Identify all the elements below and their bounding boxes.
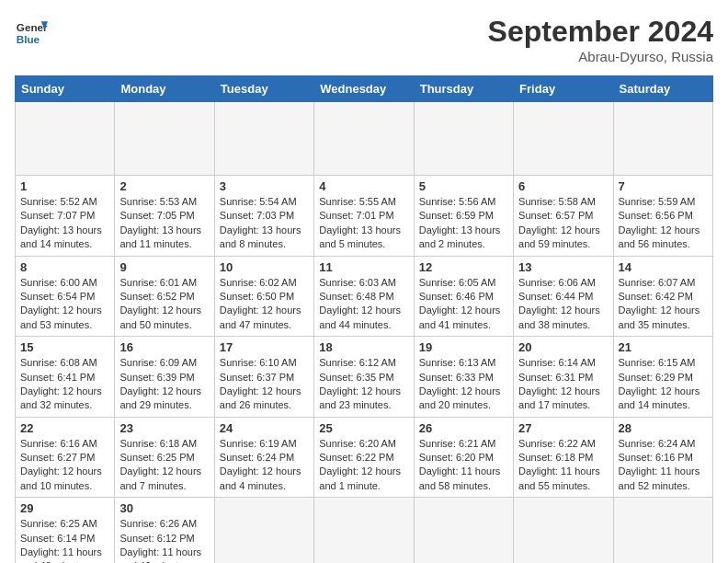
calendar-cell: 29Sunrise: 6:25 AMSunset: 6:14 PMDayligh… bbox=[16, 498, 115, 563]
calendar-cell: 28Sunrise: 6:24 AMSunset: 6:16 PMDayligh… bbox=[613, 417, 712, 498]
day-number: 4 bbox=[319, 179, 408, 193]
calendar-cell: 2Sunrise: 5:53 AMSunset: 7:05 PMDaylight… bbox=[115, 176, 214, 257]
day-info: Sunrise: 6:24 AMSunset: 6:16 PMDaylight:… bbox=[619, 437, 708, 494]
day-info: Sunrise: 5:52 AMSunset: 7:07 PMDaylight:… bbox=[20, 195, 109, 252]
calendar-cell: 5Sunrise: 5:56 AMSunset: 6:59 PMDaylight… bbox=[414, 176, 513, 257]
day-number: 1 bbox=[20, 179, 109, 193]
day-info: Sunrise: 6:26 AMSunset: 6:12 PMDaylight:… bbox=[119, 517, 209, 563]
day-info: Sunrise: 6:03 AMSunset: 6:48 PMDaylight:… bbox=[319, 276, 408, 333]
day-number: 11 bbox=[319, 260, 408, 274]
calendar-cell: 23Sunrise: 6:18 AMSunset: 6:25 PMDayligh… bbox=[115, 417, 214, 498]
day-info: Sunrise: 6:00 AMSunset: 6:54 PMDaylight:… bbox=[20, 276, 109, 333]
column-header-thursday: Thursday bbox=[414, 76, 513, 102]
day-number: 3 bbox=[220, 179, 309, 193]
day-info: Sunrise: 6:16 AMSunset: 6:27 PMDaylight:… bbox=[20, 437, 109, 494]
calendar-cell bbox=[514, 102, 613, 176]
calendar-cell bbox=[613, 102, 712, 176]
day-number: 15 bbox=[20, 340, 109, 354]
day-number: 5 bbox=[419, 179, 508, 193]
day-number: 7 bbox=[619, 179, 708, 193]
logo-icon: General Blue bbox=[15, 15, 48, 48]
calendar-cell: 13Sunrise: 6:06 AMSunset: 6:44 PMDayligh… bbox=[514, 256, 613, 337]
day-info: Sunrise: 6:09 AMSunset: 6:39 PMDaylight:… bbox=[119, 356, 209, 413]
day-info: Sunrise: 6:02 AMSunset: 6:50 PMDaylight:… bbox=[220, 276, 309, 333]
column-header-friday: Friday bbox=[514, 76, 613, 102]
calendar-cell bbox=[214, 102, 313, 176]
day-info: Sunrise: 6:22 AMSunset: 6:18 PMDaylight:… bbox=[518, 437, 608, 494]
week-row-5: 29Sunrise: 6:25 AMSunset: 6:14 PMDayligh… bbox=[16, 498, 713, 563]
day-number: 18 bbox=[319, 340, 408, 354]
day-info: Sunrise: 5:55 AMSunset: 7:01 PMDaylight:… bbox=[319, 195, 408, 252]
logo: General Blue bbox=[15, 15, 48, 48]
calendar-cell: 21Sunrise: 6:15 AMSunset: 6:29 PMDayligh… bbox=[613, 337, 712, 418]
month-title: September 2024 bbox=[488, 15, 713, 49]
column-header-sunday: Sunday bbox=[16, 76, 115, 102]
day-info: Sunrise: 6:07 AMSunset: 6:42 PMDaylight:… bbox=[619, 276, 708, 333]
calendar-cell: 22Sunrise: 6:16 AMSunset: 6:27 PMDayligh… bbox=[16, 417, 115, 498]
calendar-cell bbox=[514, 498, 613, 563]
calendar-cell: 1Sunrise: 5:52 AMSunset: 7:07 PMDaylight… bbox=[16, 176, 115, 257]
header-row: SundayMondayTuesdayWednesdayThursdayFrid… bbox=[16, 76, 713, 102]
day-number: 22 bbox=[20, 421, 109, 435]
day-number: 30 bbox=[119, 501, 209, 515]
calendar-cell: 12Sunrise: 6:05 AMSunset: 6:46 PMDayligh… bbox=[414, 256, 513, 337]
day-info: Sunrise: 6:15 AMSunset: 6:29 PMDaylight:… bbox=[619, 356, 708, 413]
column-header-wednesday: Wednesday bbox=[314, 76, 414, 102]
day-number: 19 bbox=[419, 340, 508, 354]
day-number: 10 bbox=[220, 260, 309, 274]
day-info: Sunrise: 6:08 AMSunset: 6:41 PMDaylight:… bbox=[20, 356, 109, 413]
calendar-cell bbox=[16, 102, 115, 176]
day-number: 8 bbox=[20, 260, 109, 274]
week-row-1: 1Sunrise: 5:52 AMSunset: 7:07 PMDaylight… bbox=[16, 176, 713, 257]
day-number: 26 bbox=[419, 421, 508, 435]
week-row-4: 22Sunrise: 6:16 AMSunset: 6:27 PMDayligh… bbox=[16, 417, 713, 498]
day-info: Sunrise: 6:01 AMSunset: 6:52 PMDaylight:… bbox=[119, 276, 209, 333]
calendar-cell bbox=[414, 102, 513, 176]
calendar-cell: 15Sunrise: 6:08 AMSunset: 6:41 PMDayligh… bbox=[16, 337, 115, 418]
day-number: 13 bbox=[518, 260, 608, 274]
calendar-cell: 11Sunrise: 6:03 AMSunset: 6:48 PMDayligh… bbox=[314, 256, 414, 337]
calendar-cell: 27Sunrise: 6:22 AMSunset: 6:18 PMDayligh… bbox=[514, 417, 613, 498]
day-info: Sunrise: 6:10 AMSunset: 6:37 PMDaylight:… bbox=[220, 356, 309, 413]
day-number: 12 bbox=[419, 260, 508, 274]
day-number: 14 bbox=[619, 260, 708, 274]
day-info: Sunrise: 6:14 AMSunset: 6:31 PMDaylight:… bbox=[518, 356, 608, 413]
day-number: 29 bbox=[20, 501, 109, 515]
calendar-cell bbox=[414, 498, 513, 563]
day-info: Sunrise: 5:58 AMSunset: 6:57 PMDaylight:… bbox=[518, 195, 608, 252]
day-number: 16 bbox=[119, 340, 209, 354]
calendar-cell bbox=[115, 102, 214, 176]
calendar-cell: 17Sunrise: 6:10 AMSunset: 6:37 PMDayligh… bbox=[214, 337, 313, 418]
calendar-cell bbox=[314, 102, 414, 176]
calendar-cell: 4Sunrise: 5:55 AMSunset: 7:01 PMDaylight… bbox=[314, 176, 414, 257]
title-block: September 2024 Abrau-Dyurso, Russia bbox=[488, 15, 713, 64]
column-header-monday: Monday bbox=[115, 76, 214, 102]
week-row-2: 8Sunrise: 6:00 AMSunset: 6:54 PMDaylight… bbox=[16, 256, 713, 337]
day-info: Sunrise: 6:20 AMSunset: 6:22 PMDaylight:… bbox=[319, 437, 408, 494]
location: Abrau-Dyurso, Russia bbox=[488, 49, 713, 64]
calendar-cell: 14Sunrise: 6:07 AMSunset: 6:42 PMDayligh… bbox=[613, 256, 712, 337]
calendar-cell bbox=[214, 498, 313, 563]
calendar-cell: 26Sunrise: 6:21 AMSunset: 6:20 PMDayligh… bbox=[414, 417, 513, 498]
calendar-cell: 7Sunrise: 5:59 AMSunset: 6:56 PMDaylight… bbox=[613, 176, 712, 257]
calendar-cell: 18Sunrise: 6:12 AMSunset: 6:35 PMDayligh… bbox=[314, 337, 414, 418]
calendar-cell: 8Sunrise: 6:00 AMSunset: 6:54 PMDaylight… bbox=[16, 256, 115, 337]
day-number: 6 bbox=[518, 179, 608, 193]
column-header-tuesday: Tuesday bbox=[214, 76, 313, 102]
svg-text:Blue: Blue bbox=[17, 33, 40, 45]
calendar-cell: 19Sunrise: 6:13 AMSunset: 6:33 PMDayligh… bbox=[414, 337, 513, 418]
calendar-cell: 3Sunrise: 5:54 AMSunset: 7:03 PMDaylight… bbox=[214, 176, 313, 257]
calendar-cell: 20Sunrise: 6:14 AMSunset: 6:31 PMDayligh… bbox=[514, 337, 613, 418]
day-info: Sunrise: 5:53 AMSunset: 7:05 PMDaylight:… bbox=[119, 195, 209, 252]
day-number: 2 bbox=[119, 179, 209, 193]
calendar-cell: 16Sunrise: 6:09 AMSunset: 6:39 PMDayligh… bbox=[115, 337, 214, 418]
calendar-cell bbox=[314, 498, 414, 563]
day-number: 9 bbox=[119, 260, 209, 274]
calendar-cell: 30Sunrise: 6:26 AMSunset: 6:12 PMDayligh… bbox=[115, 498, 214, 563]
day-info: Sunrise: 6:18 AMSunset: 6:25 PMDaylight:… bbox=[119, 437, 209, 494]
calendar-cell: 6Sunrise: 5:58 AMSunset: 6:57 PMDaylight… bbox=[514, 176, 613, 257]
week-row-3: 15Sunrise: 6:08 AMSunset: 6:41 PMDayligh… bbox=[16, 337, 713, 418]
day-number: 27 bbox=[518, 421, 608, 435]
day-info: Sunrise: 6:05 AMSunset: 6:46 PMDaylight:… bbox=[419, 276, 508, 333]
page-header: General Blue September 2024 Abrau-Dyurso… bbox=[15, 15, 713, 64]
